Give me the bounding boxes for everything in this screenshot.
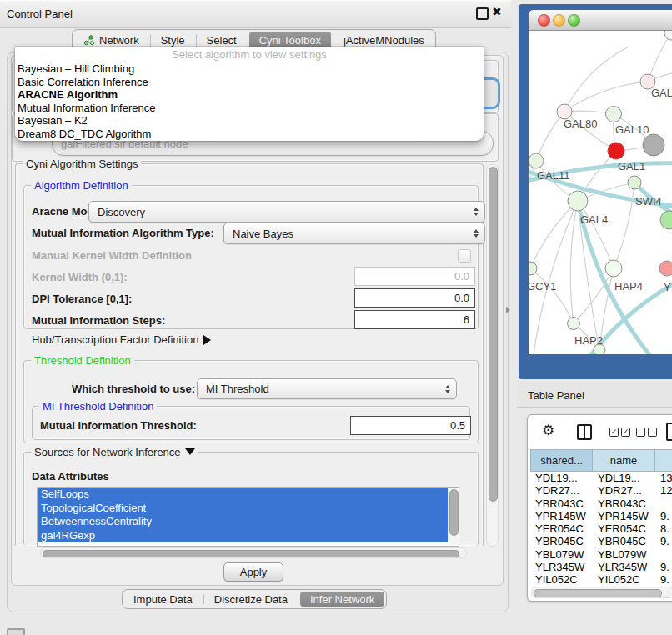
mi-steps-field[interactable]: 6 (354, 310, 475, 329)
close-panel-icon[interactable]: ✖ (492, 5, 502, 18)
mi-type-combo[interactable]: Naive Bayes (223, 222, 485, 244)
unchecked-box-icon (648, 428, 657, 437)
select-all-checks-icon[interactable]: ✓✓ (609, 428, 630, 437)
network-node-HAP4[interactable] (605, 260, 622, 277)
network-edge[interactable] (536, 112, 564, 161)
network-node-GAL10[interactable] (606, 107, 622, 122)
tab-infer-network[interactable]: Infer Network (300, 592, 384, 607)
network-edge[interactable] (564, 82, 648, 112)
bottom-tabs: Impute DataDiscretize DataInfer Network (122, 589, 387, 609)
attribute-list-item[interactable]: BetweennessCentrality (38, 515, 448, 529)
network-edge[interactable] (564, 47, 629, 112)
network-node-GAL1[interactable] (608, 142, 624, 159)
table-cell: YDL19... (593, 472, 655, 484)
combo-arrows-icon (474, 229, 479, 238)
algorithm-option[interactable]: Bayesian – K2 (15, 114, 484, 128)
settings-hscrollbar[interactable] (40, 548, 467, 558)
docked-panel-icon[interactable] (7, 628, 25, 635)
table-cell: YLR345W (530, 561, 593, 573)
network-edge[interactable] (570, 201, 578, 323)
network-window-titlebar[interactable] (529, 10, 672, 31)
table-hscrollbar[interactable] (531, 587, 672, 598)
column-header-shared[interactable]: shared... (530, 449, 593, 472)
mi-threshold-field[interactable]: 0.5 (350, 416, 471, 435)
attribute-list-item[interactable]: gal4RGexp (38, 529, 448, 543)
list-vscrollbar-thumb[interactable] (449, 489, 459, 536)
deselect-all-checks-icon[interactable] (636, 428, 657, 437)
gear-icon[interactable]: ⚙ (542, 422, 554, 439)
data-attributes-list[interactable]: SelfLoopsTopologicalCoefficientBetweenne… (37, 487, 459, 547)
table-row[interactable]: YIL052CYIL052C9. (530, 573, 672, 584)
algorithm-option[interactable]: Basic Correlation Inference (15, 76, 484, 89)
table-icon-partial[interactable] (666, 422, 672, 441)
list-vscrollbar[interactable] (448, 488, 459, 546)
mi-type-label: Mutual Information Algorithm Type: (32, 227, 214, 239)
settings-vscrollbar-thumb[interactable] (489, 167, 498, 502)
algorithm-option[interactable]: Bayesian – Hill Climbing (15, 62, 484, 76)
network-node-SWI4[interactable] (628, 176, 641, 189)
table-row[interactable]: YBR045CYBR045C9. (530, 535, 672, 548)
column-header-extra[interactable] (655, 449, 672, 472)
node-label-GAL10: GAL10 (615, 123, 649, 136)
algorithm-dropdown-list: Bayesian – Hill ClimbingBasic Correlatio… (15, 62, 484, 141)
network-edge[interactable] (530, 268, 574, 323)
table-hscrollbar-thumb[interactable] (534, 589, 662, 598)
hub-definition-toggle[interactable]: Hub/Transcription Factor Definition (32, 333, 211, 346)
table-cell: 9. (655, 573, 672, 584)
kernel-width-label: Kernel Width (0,1): (32, 271, 128, 283)
network-node-salmon-node[interactable] (659, 261, 672, 276)
network-canvas[interactable]: GALGAL80GAL10GAL1GAL11SWI4GAL4GCY1HAP4YH… (529, 30, 672, 354)
tab-discretize-data[interactable]: Discretize Data (203, 590, 298, 608)
network-node-green-right[interactable] (660, 211, 672, 229)
node-label-HAP4: HAP4 (614, 280, 643, 292)
table-row[interactable]: YPR145WYPR145W9. (530, 510, 672, 522)
algorithm-option[interactable]: Mutual Information Inference (15, 102, 484, 115)
split-columns-icon[interactable] (577, 424, 592, 440)
table-row[interactable]: YDR27...YDR27...12 (530, 484, 672, 497)
data-attributes-label: Data Attributes (32, 470, 109, 482)
checked-box-icon: ✓ (621, 428, 630, 437)
table-row[interactable]: YER054CYER054C8. (530, 522, 672, 535)
settings-hscrollbar-thumb[interactable] (43, 550, 459, 558)
which-threshold-combo[interactable]: MI Threshold (197, 378, 457, 399)
apply-button[interactable]: Apply (223, 562, 283, 582)
column-header-name[interactable]: name (593, 449, 655, 472)
node-label-GAL1: GAL1 (618, 160, 645, 172)
table-row[interactable]: YLR345WYLR345W9. (530, 561, 672, 573)
aracne-mode-value: Discovery (98, 206, 145, 218)
close-window-icon[interactable] (538, 14, 550, 27)
collapse-down-icon (185, 448, 195, 455)
dpi-tolerance-field[interactable]: 0.0 (354, 288, 475, 308)
attribute-list-item[interactable]: SelfLoops (38, 488, 448, 502)
tab-impute-data[interactable]: Impute Data (123, 590, 203, 608)
table-row[interactable]: YBL079WYBL079W (530, 548, 672, 561)
settings-vscrollbar[interactable] (486, 164, 499, 547)
table-row[interactable]: YBR043CYBR043C (530, 498, 672, 510)
table-cell: 9. (655, 561, 672, 573)
mi-steps-value: 6 (464, 313, 469, 326)
network-edge[interactable] (533, 201, 578, 354)
network-node-node-top[interactable] (664, 30, 672, 40)
table-row[interactable]: YDL19...YDL19...13 (530, 472, 672, 484)
network-node-GAL11[interactable] (529, 153, 544, 168)
table-cell: YBL079W (593, 548, 655, 561)
algorithm-option[interactable]: Dream8 DC_TDC Algorithm (15, 128, 484, 141)
float-panel-icon[interactable] (476, 8, 489, 20)
network-window[interactable]: GALGAL80GAL10GAL1GAL11SWI4GAL4GCY1HAP4YH… (529, 10, 672, 354)
pane-divider-handle[interactable] (506, 307, 510, 313)
algorithm-dropdown-placeholder: Select algorithm to view settings (15, 47, 484, 62)
minimize-window-icon[interactable] (553, 14, 565, 27)
node-label-SWI4: SWI4 (635, 195, 662, 208)
sources-group-title[interactable]: Sources for Network Inference (31, 446, 198, 458)
network-node-GAL4[interactable] (568, 191, 588, 211)
aracne-mode-combo[interactable]: Discovery (88, 201, 485, 222)
kernel-width-field[interactable]: 0.0 (354, 267, 475, 286)
algorithm-option[interactable]: ARACNE Algorithm (15, 88, 484, 102)
table-cell: 8. (655, 522, 672, 535)
network-node-HAP2[interactable] (568, 318, 580, 330)
network-node-gray-node[interactable] (643, 134, 664, 156)
attribute-list-item[interactable]: TopologicalCoefficient (38, 502, 448, 516)
network-node-node-bottom[interactable] (594, 344, 605, 354)
manual-kernel-checkbox[interactable] (458, 249, 471, 262)
zoom-window-icon[interactable] (568, 14, 580, 27)
